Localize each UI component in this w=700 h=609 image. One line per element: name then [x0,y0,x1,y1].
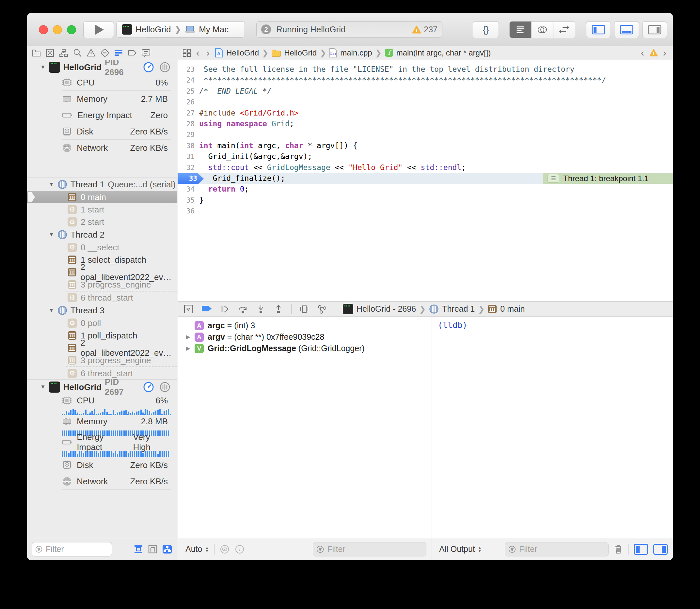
stat-row-cpu[interactable]: CPU 6% [27,394,177,407]
disclosure-triangle[interactable]: ▶ [185,333,191,341]
stack-frame-row[interactable]: 3 progress_engine [27,278,177,291]
console-filter-field[interactable] [505,542,609,556]
tab-report-navigator[interactable] [141,48,151,58]
code-line[interactable]: 25/* END LEGAL */ [177,86,673,97]
show-variables-view-toggle[interactable] [634,544,648,555]
crumb-project[interactable]: HelloGrid [226,48,259,57]
filter-input[interactable] [326,544,423,554]
line-number[interactable]: 32 [177,162,199,173]
tab-project-navigator[interactable] [31,48,41,58]
variable-row[interactable]: ▶ A argv = (char **) 0x7ffee9039c28 [177,331,432,343]
warning-count[interactable]: ! 237 [412,25,438,34]
code-line[interactable]: 27#include <Grid/Grid.h> [177,108,673,119]
clear-console-trash-icon[interactable] [614,544,623,555]
run-button[interactable] [83,21,114,38]
stat-row-memory[interactable]: Memory 2.8 MB [27,415,177,428]
crumb-symbol[interactable]: main(int argc, char * argv[]) [396,48,491,57]
source-editor[interactable]: 23 See the full license in the file "LIC… [177,60,673,305]
line-number[interactable]: 33 [177,173,204,184]
thread-header[interactable]: ▼ Thread 2 [27,228,177,241]
step-out-icon[interactable] [274,304,284,314]
activity-view[interactable]: 2 Running HelloGrid ! 237 [256,21,442,37]
stat-row-cpu[interactable]: CPU 0% [27,74,177,91]
line-number[interactable]: 26 [177,97,199,108]
show-console-toggle[interactable] [653,544,668,555]
back-button[interactable]: ‹ [194,47,202,58]
quick-look-icon[interactable] [220,544,229,554]
code-line[interactable]: 23 See the full license in the file "LIC… [177,64,673,75]
stack-frame-row[interactable]: 2 opal_libevent2022_ev… [27,342,177,354]
step-over-icon[interactable] [238,304,248,314]
related-items-icon[interactable] [182,48,191,57]
stat-row-network[interactable]: Network Zero KB/s [27,473,177,490]
thread-header[interactable]: ▼ Thread 3 [27,304,177,317]
disclosure-triangle[interactable]: ▼ [40,64,46,70]
line-number[interactable]: 31 [177,152,199,162]
stat-row-memory[interactable]: Memory 2.7 MB [27,91,177,107]
stack-frame-row[interactable]: ⚙1 start [27,203,177,216]
hide-debug-area-icon[interactable] [184,304,193,314]
stat-row-disk[interactable]: Disk Zero KB/s [27,457,177,473]
toggle-debug-area-button[interactable] [614,21,639,38]
tab-find-navigator[interactable] [72,48,82,58]
code-line[interactable]: 29 [177,129,673,140]
assistant-editor-button[interactable] [531,21,553,38]
code-line[interactable]: 30int main(int argc, char * argv[]) { [177,140,673,151]
code-line[interactable]: 26 [177,97,673,107]
code-line[interactable]: 32 std::cout << GridLogMessage << "Hello… [177,162,673,173]
process-header-2697[interactable]: ▼ HelloGrid PID 2697 [27,380,177,394]
line-number[interactable]: 27 [177,108,199,119]
disclosure-triangle[interactable]: ▼ [40,384,46,390]
tab-test-navigator[interactable] [100,48,110,58]
variables-scope-popup[interactable]: Auto ▲▼ [185,544,209,554]
stack-frame-row[interactable]: ⚙6 thread_start [27,292,177,304]
thread-header[interactable]: ▼ Thread 1Queue:...d (serial) [27,178,177,191]
threads-view-icon[interactable] [159,382,170,393]
debug-crumb-frame[interactable]: 0 main [500,304,525,314]
code-line[interactable]: 24 *************************************… [177,75,673,86]
console-scope-popup[interactable]: All Output ▲▼ [439,544,482,554]
stack-frame-row[interactable]: 2 opal_libevent2022_ev… [27,266,177,278]
crumb-group[interactable]: HelloGrid [284,48,317,57]
debug-crumb-process[interactable]: HelloGrid - 2696 [357,304,416,314]
disclosure-triangle[interactable]: ▼ [49,231,54,238]
debug-view-hierarchy-icon[interactable] [300,304,309,314]
toggle-inspector-button[interactable] [642,21,667,38]
line-number[interactable]: 34 [177,184,199,195]
code-line[interactable]: 31 Grid_init(&argc,&argv); [177,151,673,162]
forward-button[interactable]: › [204,47,211,58]
tab-issue-navigator[interactable] [86,48,96,58]
disclosure-triangle[interactable]: ▶ [185,345,191,352]
variable-row[interactable]: ▶ V Grid::GridLogMessage (Grid::GridLogg… [177,343,432,354]
line-number[interactable]: 25 [177,86,199,97]
line-number[interactable]: 30 [177,141,199,152]
stat-row-network[interactable]: Network Zero KB/s [27,140,177,156]
close-window-button[interactable] [39,25,48,34]
code-line-breakpoint[interactable]: 33 Grid_finalize();☰Thread 1: breakpoint… [177,173,673,184]
line-number[interactable]: 35 [177,195,199,206]
line-number[interactable]: 29 [177,129,199,140]
stat-row-energy[interactable]: Energy Impact Zero [27,107,177,123]
stack-frame-row[interactable]: 0 main [27,191,177,203]
breakpoint-annotation[interactable]: ☰Thread 1: breakpoint 1.1 [543,173,673,184]
library-button[interactable]: {} [473,21,499,38]
debug-crumb-thread[interactable]: Thread 1 [442,304,475,314]
step-into-icon[interactable] [256,304,266,314]
variables-filter-field[interactable] [313,542,426,556]
code-line[interactable]: 28using namespace Grid; [177,119,673,129]
next-issue-button[interactable]: › [661,47,668,58]
stack-frame-row[interactable]: ⚙0 poll [27,317,177,329]
line-number[interactable]: 28 [177,119,199,129]
disclosure-triangle[interactable]: ▼ [49,307,54,314]
filter-input[interactable] [518,544,605,554]
breakpoints-enabled-icon[interactable] [201,305,212,313]
navigator-filter-field[interactable] [32,542,112,556]
line-number[interactable]: 36 [177,206,199,217]
standard-editor-button[interactable] [510,21,531,38]
disclosure-triangle[interactable]: ▼ [49,181,54,188]
threads-view-icon[interactable] [159,62,170,73]
stat-row-energy[interactable]: Energy Impact Very High [27,436,177,449]
previous-issue-button[interactable]: ‹ [639,47,646,58]
filter-input[interactable] [45,544,108,554]
show-processes-by-queue-toggle-icon[interactable] [162,544,172,554]
